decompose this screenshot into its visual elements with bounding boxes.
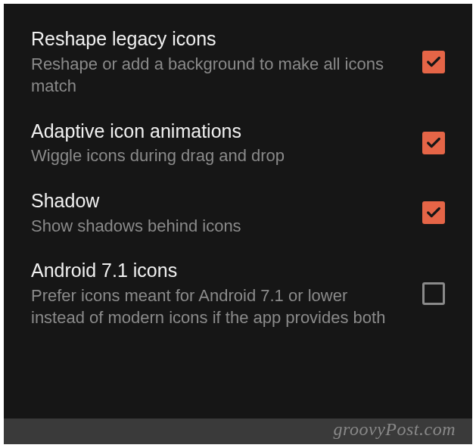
setting-text: Shadow Show shadows behind icons [31, 188, 422, 237]
check-icon [425, 204, 442, 221]
setting-title: Shadow [31, 188, 404, 213]
setting-description: Reshape or add a background to make all … [31, 53, 404, 98]
check-icon [425, 135, 442, 151]
setting-description: Prefer icons meant for Android 7.1 or lo… [31, 285, 404, 329]
setting-description: Wiggle icons during drag and drop [31, 145, 404, 167]
settings-panel: Reshape legacy icons Reshape or add a ba… [4, 4, 472, 444]
setting-title: Android 7.1 icons [31, 258, 404, 283]
setting-description: Show shadows behind icons [31, 215, 404, 238]
setting-adaptive-icon-animations[interactable]: Adaptive icon animations Wiggle icons du… [4, 108, 472, 178]
setting-text: Reshape legacy icons Reshape or add a ba… [31, 26, 422, 98]
watermark: groovyPost.com [334, 419, 456, 440]
setting-title: Adaptive icon animations [31, 119, 404, 144]
checkbox-adaptive-icon-animations[interactable] [422, 132, 445, 154]
setting-text: Adaptive icon animations Wiggle icons du… [31, 119, 422, 167]
setting-text: Android 7.1 icons Prefer icons meant for… [31, 258, 422, 329]
setting-android-7-1-icons[interactable]: Android 7.1 icons Prefer icons meant for… [4, 247, 472, 340]
checkbox-reshape-legacy-icons[interactable] [422, 51, 445, 73]
checkbox-shadow[interactable] [422, 201, 445, 224]
check-icon [425, 54, 442, 70]
settings-list: Reshape legacy icons Reshape or add a ba… [4, 4, 472, 352]
setting-shadow[interactable]: Shadow Show shadows behind icons [4, 178, 472, 247]
checkbox-android-7-1-icons[interactable] [422, 282, 445, 305]
setting-reshape-legacy-icons[interactable]: Reshape legacy icons Reshape or add a ba… [4, 16, 472, 108]
setting-title: Reshape legacy icons [31, 26, 404, 51]
